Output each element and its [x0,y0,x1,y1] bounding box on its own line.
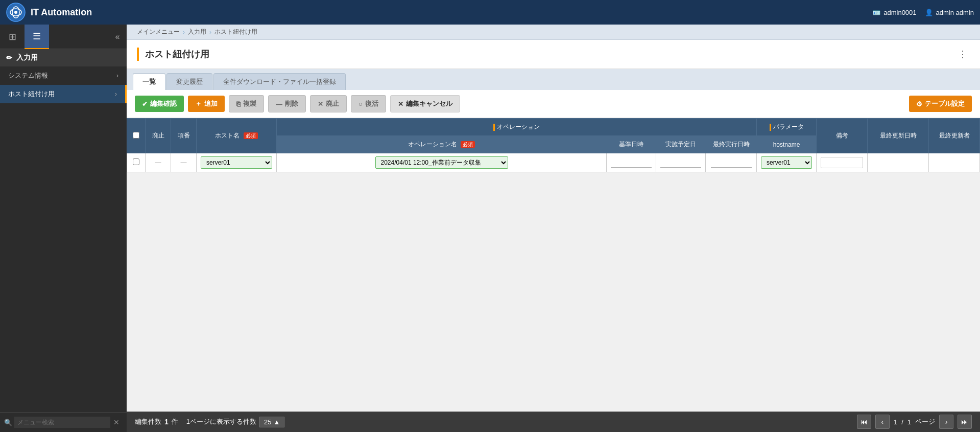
operation-section-bar [493,124,495,131]
edit-count-value: 1 [164,418,169,426]
row-notes-cell[interactable] [817,153,868,172]
confirm-edit-button[interactable]: ✔ 編集確認 [135,96,184,112]
row-operation-name-cell[interactable]: 2024/04/01 12:00_作業前データ収集 [277,153,607,172]
search-clear-btn[interactable]: ✕ [110,418,123,426]
restore-button[interactable]: ○ 復活 [351,95,386,112]
col-checkbox [127,119,146,153]
tab-download[interactable]: 全件ダウンロード・ファイル一括登録 [213,73,346,90]
opname-required-badge: 必須 [461,141,475,148]
col-hostname: ホスト名 必須 [197,119,277,153]
col-notes: 備考 [817,119,868,153]
pager-first-btn[interactable]: ⏮ [857,415,871,429]
edit-icon: ✏ [6,54,12,62]
row-scheduled-date-cell [656,153,706,172]
sidebar-list-btn[interactable]: ☰ [25,25,49,49]
app-title: IT Automation [31,7,92,18]
col-scheduled-date: 実施予定日 [656,136,706,153]
per-page-select[interactable]: 25 ▲ [259,417,284,427]
page-label: ページ [915,417,935,426]
select-all-checkbox[interactable] [133,132,139,139]
col-rownum: 項番 [171,119,197,153]
restore-icon: ○ [358,100,363,108]
breadcrumb-sep-2: › [209,29,211,36]
col-last-updater: 最終更新者 [929,119,980,153]
copy-button[interactable]: ⎘ 複製 [229,95,264,112]
toolbar: ✔ 編集確認 ＋ 追加 ⎘ 複製 — 削除 ✕ 廃止 ○ 復活 [127,90,980,118]
add-icon: ＋ [195,99,202,108]
col-last-update: 最終更新日時 [868,119,929,153]
col-hostname-param: hostname [757,136,817,153]
app-body: ⊞ ☰ « ✏ 入力用 システム情報 › ホスト紐付け用 › 🔍 ✕ [0,25,980,432]
page-menu-btn[interactable]: ⋮ [955,47,970,61]
table-row: — — server01 2024/04/01 12:00_作業前データ収集 [127,153,980,172]
cancel-icon: ✕ [398,100,403,108]
count-unit: 件 [172,417,178,426]
hostname-select[interactable]: server01 [201,156,272,169]
breadcrumb-item-2: 入力用 [188,28,206,36]
sidebar-collapse-btn[interactable]: « [108,28,127,46]
row-checkbox-cell [127,153,146,172]
breadcrumb-item-3: ホスト紐付け用 [214,28,257,36]
footer-count: 編集件数 1 件 [135,417,178,426]
breadcrumb: メインメニュー › 入力用 › ホスト紐付け用 [127,25,980,40]
page-title-bar [137,48,139,61]
sidebar-item-system-info[interactable]: システム情報 › [0,66,127,85]
row-base-date-cell [607,153,656,172]
col-operation-section: オペレーション [277,119,757,136]
row-last-exec-date-cell [706,153,757,172]
footer-bar: 編集件数 1 件 1ページに表示する件数 25 ▲ ⏮ ‹ 1 / 1 ページ [127,412,980,432]
tab-list[interactable]: 一覧 [133,73,165,90]
page-current: 1 [894,418,897,426]
notes-input[interactable] [821,157,863,168]
disable-button[interactable]: ✕ 廃止 [310,95,347,112]
id-icon: 🪪 [872,9,880,16]
search-icon: 🔍 [4,419,12,426]
chevron-up-icon: ▲ [274,418,280,426]
col-base-date: 基準日時 [607,136,656,153]
operation-name-select[interactable]: 2024/04/01 12:00_作業前データ収集 [375,156,508,169]
footer-perpage: 1ページに表示する件数 25 ▲ [186,417,285,427]
data-table: 廃止 項番 ホスト名 必須 オペレーション [127,118,980,172]
hostname-param-select[interactable]: server01 [761,156,812,169]
page-total: 1 [907,418,911,426]
tab-history[interactable]: 変更履歴 [166,73,212,90]
cancel-edit-button[interactable]: ✕ 編集キャンセル [390,95,460,112]
per-page-label: 1ページに表示する件数 [186,417,256,426]
col-disabled: 廃止 [146,119,171,153]
table-settings-button[interactable]: ⚙ テーブル設定 [909,96,972,112]
search-input[interactable] [14,417,110,428]
sidebar-item-host-bind[interactable]: ホスト紐付け用 › [0,85,127,103]
delete-icon: — [276,100,282,108]
add-button[interactable]: ＋ 追加 [188,96,225,112]
sidebar-search: 🔍 ✕ [0,412,127,432]
row-last-update-cell [868,153,929,172]
footer-page-info: ⏮ ‹ 1 / 1 ページ › ⏭ [857,415,972,429]
row-hostname-param-cell[interactable]: server01 [757,153,817,172]
row-checkbox[interactable] [133,158,139,165]
admin-id: 🪪 admin0001 [872,9,916,16]
user-icon: 👤 [925,9,933,16]
tabs-bar: 一覧 変更履歴 全件ダウンロード・ファイル一括登録 [127,69,980,90]
page-header: ホスト紐付け用 ⋮ [127,40,980,69]
pager-prev-btn[interactable]: ‹ [875,415,890,429]
header-right: 🪪 admin0001 👤 admin admin [872,9,974,16]
breadcrumb-item-1: メインメニュー [137,28,180,36]
param-section-bar [770,124,771,131]
row-hostname-cell[interactable]: server01 [197,153,277,172]
row-num-cell: — [171,153,197,172]
main-content: メインメニュー › 入力用 › ホスト紐付け用 ホスト紐付け用 ⋮ 一覧 変更履… [127,25,980,432]
pager-last-btn[interactable]: ⏭ [958,415,972,429]
sidebar-grid-btn[interactable]: ⊞ [0,25,25,49]
admin-name: 👤 admin admin [925,9,974,16]
chevron-right-icon-active: › [115,90,117,98]
row-last-updater-cell [929,153,980,172]
copy-icon: ⎘ [236,100,241,108]
pager-next-btn[interactable]: › [939,415,953,429]
svg-point-3 [14,11,17,14]
col-operation-name: オペレーション名 必須 [277,136,607,153]
sidebar-top: ⊞ ☰ « [0,25,127,49]
page-title-wrapper: ホスト紐付け用 [137,48,209,61]
breadcrumb-sep-1: › [183,29,185,36]
delete-button[interactable]: — 削除 [268,95,306,112]
edit-count-label: 編集件数 [135,417,161,426]
